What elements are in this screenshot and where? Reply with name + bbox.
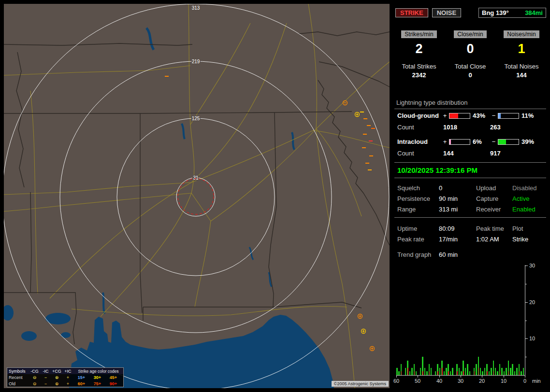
y-tick-30: 30 <box>529 263 535 268</box>
neg-ic-recent-icon: − <box>40 375 51 380</box>
ring-label-219: 219 <box>192 59 200 64</box>
peak-rate-value: 17/min <box>439 236 476 243</box>
cloud-ground-label: Cloud-ground <box>397 112 442 119</box>
receiver-label: Receiver <box>476 206 512 213</box>
trend-bar-strikes <box>506 368 507 375</box>
trend-bar-strikes <box>516 368 518 375</box>
trend-window-value: 60 min <box>439 251 458 258</box>
pos-ic-recent-icon: + <box>62 375 73 380</box>
age-15: 15+ <box>73 375 89 380</box>
trend-bar-strikes <box>476 364 477 375</box>
capture-label: Capture <box>476 195 512 202</box>
trend-bar-strikes <box>409 371 411 375</box>
trend-bar-strikes <box>484 368 486 375</box>
trend-bar-noises <box>414 371 415 375</box>
cg-minus-count: 263 <box>490 124 501 131</box>
cg-plus-gauge <box>449 113 470 119</box>
strikes-per-min-button[interactable]: Strikes/min <box>401 30 436 38</box>
squelch-value: 0 <box>439 184 476 192</box>
cg-count-label: Count <box>397 124 443 131</box>
ring-label-31: 31 <box>193 175 199 181</box>
neg-cg-recent-icon: ⊖ <box>29 375 40 380</box>
status-panel: STRIKE NOISE Bng 139° 384mi Strikes/min … <box>393 4 547 388</box>
ring-label-313: 313 <box>192 5 200 11</box>
range-value: 313 mi <box>439 206 476 213</box>
noises-per-min-value: 1 <box>496 42 547 56</box>
trend-bar-noises <box>407 368 408 375</box>
trend-bar-strikes <box>405 368 406 375</box>
peak-rate-label: Peak rate <box>397 236 439 243</box>
trend-bar-strikes <box>411 368 413 375</box>
trend-bar-strikes <box>523 368 524 375</box>
trend-bar-strikes <box>439 368 441 375</box>
trend-bar-noises <box>487 371 488 375</box>
ic-plus-gauge <box>449 139 470 145</box>
legend-symbols-label: Symbols <box>7 369 29 374</box>
trend-bar-strikes <box>514 371 516 375</box>
plot-value: Strike <box>512 236 546 243</box>
trend-bar-noises <box>457 371 458 375</box>
age-60: 60+ <box>73 381 89 386</box>
trend-bar-strikes <box>489 371 490 375</box>
close-per-min-button[interactable]: Close/min <box>454 30 486 38</box>
x-tick-0: 0 <box>519 378 531 384</box>
age-90: 90+ <box>105 381 121 386</box>
plus-sign: + <box>442 112 448 119</box>
neg-ic-old-icon: − <box>40 381 51 386</box>
y-tick-20: 20 <box>529 299 535 305</box>
upload-value: Disabled <box>512 184 546 192</box>
legend-recent-label: Recent <box>7 375 29 380</box>
x-tick-50: 50 <box>412 378 423 384</box>
intracloud-label: Intracloud <box>397 138 442 145</box>
persistence-value: 90 min <box>439 195 476 202</box>
trend-bar-noises <box>463 371 464 375</box>
trend-bar-strikes <box>426 371 428 375</box>
trend-bar-strikes <box>467 364 468 375</box>
trend-graph: 30 20 10 60 50 40 30 20 10 0 min <box>393 261 547 388</box>
peak-time-label: Peak time <box>476 225 512 232</box>
noises-per-min-button[interactable]: Noises/min <box>504 30 539 38</box>
total-close-label: Total Close <box>445 63 496 70</box>
ic-minus-count: 917 <box>490 150 501 157</box>
age-30: 30+ <box>89 375 105 380</box>
ic-minus-gauge <box>498 139 519 145</box>
trend-bar-strikes <box>491 368 492 375</box>
uptime-label: Uptime <box>397 225 439 232</box>
trend-bar-strikes <box>504 371 505 375</box>
close-per-min-value: 0 <box>445 42 496 56</box>
trend-bar-strikes <box>446 368 447 375</box>
trend-bar-noises <box>401 371 402 375</box>
trend-bar-strikes <box>501 368 503 375</box>
copyright-label: ©2005 Astrogenic Systems <box>332 381 389 387</box>
legend-col-pos-cg: +CG <box>51 369 62 374</box>
plot-label: Plot <box>512 225 546 232</box>
trend-bar-strikes <box>497 371 498 375</box>
bearing-value: Bng 139° <box>482 9 509 16</box>
trend-bar-noises <box>508 371 509 375</box>
cg-minus-pct: 11% <box>521 112 540 119</box>
strike-dash-icon <box>368 169 372 170</box>
pos-cg-recent-icon: ⊕ <box>51 375 62 380</box>
strike-button[interactable]: STRIKE <box>395 8 428 17</box>
trend-bar-strikes <box>420 368 421 375</box>
receiver-value: Enabled <box>512 206 546 213</box>
capture-value: Active <box>512 195 546 202</box>
trend-bar-strikes <box>495 368 496 375</box>
cg-minus-gauge <box>498 113 519 119</box>
trend-bar-strikes <box>461 371 462 375</box>
trend-bar-strikes <box>435 371 436 375</box>
strike-dash-icon <box>165 76 169 77</box>
lightning-map[interactable]: 313 219 125 31 <box>4 4 390 388</box>
legend-col-neg-ic: -IC <box>40 369 51 374</box>
ring-label-125: 125 <box>192 116 200 121</box>
datetime-display: 10/20/2025 12:39:16 PM <box>397 166 478 174</box>
noise-button[interactable]: NOISE <box>432 8 461 17</box>
trend-bar-strikes <box>459 368 460 375</box>
age-45: 45+ <box>105 375 121 380</box>
uptime-value: 80:09 <box>439 225 476 232</box>
map-area[interactable]: 313 219 125 31 Symbols -CG -IC +CG +IC S… <box>4 4 390 388</box>
trend-bar-strikes <box>444 371 445 375</box>
strike-dash-icon <box>360 112 364 112</box>
trend-bar-strikes <box>512 364 513 375</box>
symbol-legend: Symbols -CG -IC +CG +IC Strike age color… <box>7 367 124 387</box>
